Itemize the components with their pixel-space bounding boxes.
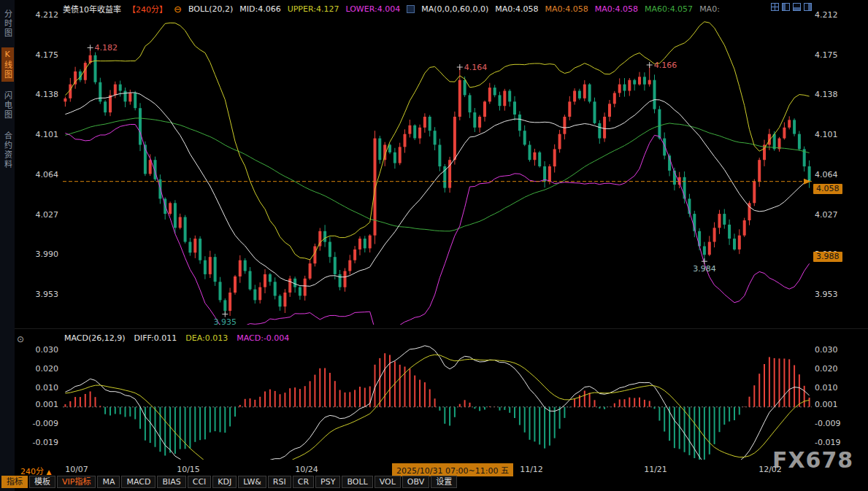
- window-layout-icons: [771, 3, 812, 11]
- sidebar-item-contract-info[interactable]: 合约资料: [1, 129, 14, 171]
- macd-diff-line: [65, 346, 809, 460]
- macd-histogram: [65, 353, 809, 460]
- macd-value: MACD:-0.004: [237, 333, 289, 343]
- layout-right-panel-icon[interactable]: [804, 3, 812, 11]
- toolbar-button-boll[interactable]: BOLL: [342, 476, 372, 488]
- x-axis-date: 10/15: [177, 465, 200, 474]
- right-axis: 4.2124.1754.1384.1014.0644.0273.9903.953…: [815, 0, 853, 491]
- macd-dea-value: DEA:0.013: [185, 333, 228, 343]
- layout-grid-icon[interactable]: [771, 3, 779, 11]
- indicator-settings-icon[interactable]: [407, 5, 415, 13]
- toolbar-button-lwr[interactable]: LW&: [238, 476, 266, 488]
- toolbar-button-bias[interactable]: BIAS: [157, 476, 185, 488]
- toolbar-button-rsi[interactable]: RSI: [268, 476, 291, 488]
- panel-divider: [15, 328, 868, 329]
- price-annotation: 3.984: [693, 264, 716, 274]
- macd-axis-tick: 0.001: [815, 400, 853, 410]
- toolbar-button-cr[interactable]: CR: [293, 476, 314, 488]
- x-axis-date: 11/12: [520, 465, 543, 474]
- ma60-line: [65, 118, 809, 231]
- boll-lower-line: [65, 125, 809, 325]
- macd-axis-tick: 0.030: [815, 345, 853, 355]
- ma-value: MA0:4.058: [595, 4, 638, 14]
- toolbar-button-cci[interactable]: CCI: [188, 476, 212, 488]
- secondary-price-tag: 3.988: [813, 252, 842, 262]
- boll-upper-value: UPPER:4.127: [288, 4, 339, 14]
- x-axis-date: 10/24: [295, 465, 318, 474]
- macd-diff-value: DIFF:0.011: [134, 333, 177, 343]
- macd-axis-tick: 0.020: [815, 364, 853, 374]
- price-annotation: 3.935: [214, 317, 237, 325]
- collapse-icon[interactable]: ⊖: [174, 4, 182, 14]
- chart-type-sidebar: 分时图K线图闪电图合约资料: [0, 0, 15, 491]
- price-axis-tick: 4.212: [815, 10, 853, 20]
- instrument-title: 美债10年收益率: [63, 3, 121, 15]
- macd-axis-tick: -0.019: [22, 438, 58, 448]
- layout-left-panel-icon[interactable]: [782, 3, 790, 11]
- macd-axis-tick: -0.009: [815, 419, 853, 429]
- macd-axis-tick: 0.010: [815, 383, 853, 393]
- period-label: 【240分】: [128, 3, 167, 15]
- macd-axis-tick: 0.020: [22, 364, 58, 374]
- boll-lower-value: LOWER:4.004: [345, 4, 400, 14]
- price-axis-tick: 3.953: [22, 290, 58, 300]
- macd-axis-tick: 0.030: [22, 345, 58, 355]
- layout-bottom-panel-icon[interactable]: [793, 3, 801, 11]
- price-axis-tick: 4.027: [815, 210, 853, 220]
- toolbar-button-settings[interactable]: 设置: [431, 476, 457, 488]
- toolbar-button-psy[interactable]: PSY: [315, 476, 340, 488]
- trading-terminal: 分时图K线图闪电图合约资料 美债10年收益率 【240分】 ⊖ BOLL(20,…: [0, 0, 868, 491]
- price-chart[interactable]: 4.1823.9354.1644.1663.984: [63, 6, 812, 325]
- price-axis-tick: 4.175: [22, 50, 58, 61]
- price-axis-tick: 3.990: [22, 250, 58, 260]
- selected-bar-time: 2025/10/31 07:00~11:00 五: [392, 463, 513, 476]
- toolbar-button-vol[interactable]: VOL: [375, 476, 401, 488]
- toolbar-button-templates[interactable]: 模板: [29, 476, 55, 488]
- boll-upper-line: [65, 22, 809, 260]
- x-axis-date: 12/02: [758, 465, 782, 474]
- toolbar-button-vip-indicators[interactable]: VIP指标: [57, 476, 96, 488]
- price-axis-tick: 4.101: [815, 130, 853, 140]
- ma-value: MA0:4.058: [545, 4, 588, 14]
- price-axis-tick: 4.212: [22, 10, 58, 20]
- x-axis-date: 10/07: [65, 465, 88, 474]
- toolbar-button-kdj[interactable]: KDJ: [212, 476, 237, 488]
- sidebar-item-time-chart[interactable]: 分时图: [1, 7, 14, 40]
- price-annotation: 4.166: [654, 61, 677, 70]
- ma-values: MA0:4.058MA0:4.058MA0:4.058MA60:4.057MA0…: [495, 4, 720, 14]
- panel-marker-icon[interactable]: ⊙: [17, 334, 24, 344]
- macd-axis-tick: -0.019: [815, 438, 853, 448]
- sidebar-item-kline-chart[interactable]: K线图: [1, 47, 14, 82]
- ma-value: MA0:: [699, 4, 720, 14]
- ma-value: MA60:4.057: [645, 4, 693, 14]
- macd-axis-tick: 0.010: [22, 383, 58, 393]
- macd-chart[interactable]: [63, 333, 812, 460]
- macd-axis-tick: 0.001: [22, 400, 58, 410]
- price-axis-tick: 4.027: [22, 210, 58, 220]
- price-axis-tick: 4.064: [815, 170, 853, 180]
- boll-mid-value: MID:4.066: [239, 4, 280, 14]
- macd-name: MACD(26,12,9): [64, 333, 126, 343]
- left-axis: 4.2124.1754.1384.1014.0644.0273.9903.953…: [22, 0, 58, 491]
- toolbar-button-obv[interactable]: OBV: [402, 476, 429, 488]
- toolbar-button-indicators[interactable]: 指标: [1, 476, 28, 488]
- toolbar-button-macd[interactable]: MACD: [121, 476, 155, 488]
- boll-mid-line: [65, 93, 809, 286]
- price-annotation: 4.182: [95, 43, 118, 53]
- toolbar-button-ma[interactable]: MA: [97, 476, 120, 488]
- macd-axis-tick: -0.009: [22, 419, 58, 429]
- ma-value: MA0:4.058: [495, 4, 538, 14]
- bottom-toolbar: 指标模板VIP指标MAMACDBIASCCIKDJLW&RSICRPSYBOLL…: [1, 476, 457, 488]
- price-axis-tick: 4.138: [815, 90, 853, 100]
- chart-header: 美债10年收益率 【240分】 ⊖ BOLL(20,2) MID:4.066 U…: [63, 3, 720, 15]
- price-axis-tick: 4.175: [815, 50, 853, 61]
- ma-label: MA(0,0,0,60,0,0): [421, 4, 488, 14]
- price-axis-tick: 4.064: [22, 170, 58, 180]
- current-price-tag: 4.058: [813, 184, 842, 194]
- sidebar-item-flash-chart[interactable]: 闪电图: [1, 89, 14, 122]
- boll-label: BOLL(20,2): [188, 4, 233, 14]
- price-annotation: 4.164: [464, 63, 488, 72]
- candles: [64, 47, 810, 316]
- price-axis-tick: 4.101: [22, 130, 58, 140]
- x-axis-date: 11/21: [644, 465, 667, 474]
